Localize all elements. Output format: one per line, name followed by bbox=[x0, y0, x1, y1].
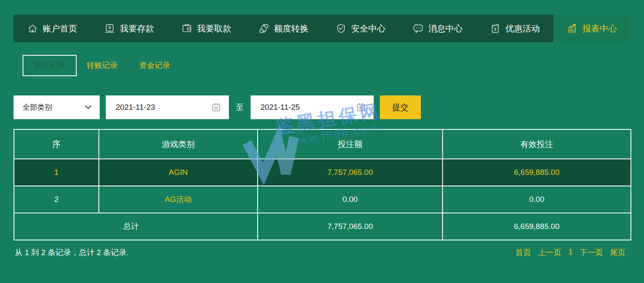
nav-item-label: 安全中心 bbox=[351, 23, 386, 34]
main-nav: 账户首页 ¥ 我要存款 我要取款 bbox=[14, 15, 630, 42]
shield-check-icon bbox=[336, 23, 347, 34]
col-bet-amount: 投注额 bbox=[258, 129, 443, 159]
col-game-category: 游戏类别 bbox=[99, 129, 258, 159]
nav-item-deposit[interactable]: ¥ 我要存款 bbox=[91, 15, 168, 42]
category-select[interactable]: 全部类别 bbox=[14, 95, 100, 119]
calendar-icon[interactable] bbox=[356, 102, 366, 113]
col-valid-bet: 有效投注 bbox=[443, 129, 631, 159]
nav-item-label: 账户首页 bbox=[43, 23, 77, 34]
to-label: 至 bbox=[236, 102, 244, 113]
total-bet: 7,757,065.00 bbox=[258, 213, 443, 240]
page-prev[interactable]: 上一页 bbox=[538, 247, 561, 258]
cell-index: 1 bbox=[14, 159, 99, 186]
nav-item-report-center[interactable]: 报表中心 bbox=[553, 15, 630, 42]
cell-bet: 7,757,065.00 bbox=[258, 159, 443, 186]
nav-item-label: 我要存款 bbox=[120, 23, 154, 34]
records-summary: 从 1 到 2 条记录，总计 2 条记录. bbox=[15, 247, 129, 258]
table-total-row: 总计 7,757,065.00 6,659,885.00 bbox=[14, 213, 631, 240]
nav-item-label: 额度转换 bbox=[274, 23, 308, 34]
nav-item-message-center[interactable]: 消息中心 bbox=[399, 15, 476, 42]
table-row: 2 AG活动 0.00 0.00 bbox=[14, 186, 631, 213]
nav-item-label: 我要取款 bbox=[197, 23, 231, 34]
total-valid: 6,659,885.00 bbox=[443, 213, 631, 240]
total-label: 总计 bbox=[14, 213, 258, 240]
bar-chart-icon bbox=[567, 23, 578, 34]
nav-item-promotions[interactable]: ¥ 优惠活动 bbox=[476, 15, 553, 42]
calendar-icon[interactable] bbox=[211, 102, 222, 113]
submit-button[interactable]: 提交 bbox=[380, 95, 421, 119]
nav-item-label: 报表中心 bbox=[582, 23, 617, 34]
tab-bet-records[interactable]: 投注记录 bbox=[23, 55, 77, 76]
page-next[interactable]: 下一页 bbox=[580, 247, 603, 258]
svg-text:¥: ¥ bbox=[494, 27, 497, 32]
date-from-field bbox=[106, 95, 229, 119]
svg-text:¥: ¥ bbox=[108, 25, 111, 30]
cell-game: AGIN bbox=[99, 159, 258, 186]
date-to-field bbox=[251, 95, 374, 119]
cell-bet: 0.00 bbox=[258, 186, 443, 213]
page-current[interactable]: 1 bbox=[568, 247, 573, 258]
home-icon bbox=[27, 23, 38, 34]
date-to-input[interactable] bbox=[260, 102, 335, 112]
cell-valid: 6,659,885.00 bbox=[443, 159, 631, 186]
cell-index: 2 bbox=[14, 186, 99, 213]
bet-report-table: 序 游戏类别 投注额 有效投注 1 AGIN 7,757,065.00 6,65… bbox=[14, 129, 631, 240]
cell-game: AG活动 bbox=[99, 186, 258, 213]
tab-transfer-records[interactable]: 转账记录 bbox=[87, 60, 118, 71]
pagination: 首页 上一页 1 下一页 尾页 bbox=[515, 247, 626, 258]
nav-item-label: 优惠活动 bbox=[505, 23, 540, 34]
page-first[interactable]: 首页 bbox=[515, 247, 531, 258]
nav-item-quota-transfer[interactable]: 额度转换 bbox=[245, 15, 322, 42]
nav-item-account-home[interactable]: 账户首页 bbox=[14, 15, 91, 42]
filter-bar: 全部类别 至 提交 bbox=[14, 95, 421, 119]
nav-item-security-center[interactable]: 安全中心 bbox=[322, 15, 399, 42]
page-last[interactable]: 尾页 bbox=[610, 247, 626, 258]
table-row: 1 AGIN 7,757,065.00 6,659,885.00 bbox=[14, 159, 631, 186]
col-index: 序 bbox=[14, 129, 99, 159]
category-select-value: 全部类别 bbox=[23, 102, 52, 112]
nav-item-label: 消息中心 bbox=[428, 23, 463, 34]
nav-item-withdraw[interactable]: 我要取款 bbox=[168, 15, 245, 42]
chevron-down-icon bbox=[85, 105, 91, 109]
tab-fund-records[interactable]: 资金记录 bbox=[139, 60, 170, 71]
tab-label: 投注记录 bbox=[34, 60, 65, 71]
table-header-row: 序 游戏类别 投注额 有效投注 bbox=[14, 129, 631, 159]
transfer-icon bbox=[258, 23, 269, 34]
wallet-icon bbox=[181, 23, 192, 34]
date-from-input[interactable] bbox=[115, 102, 190, 112]
cell-valid: 0.00 bbox=[443, 186, 631, 213]
deposit-icon: ¥ bbox=[104, 23, 115, 34]
record-tabs: 投注记录 转账记录 资金记录 bbox=[23, 55, 170, 76]
red-packet-icon: ¥ bbox=[490, 23, 501, 34]
message-icon bbox=[413, 23, 424, 34]
